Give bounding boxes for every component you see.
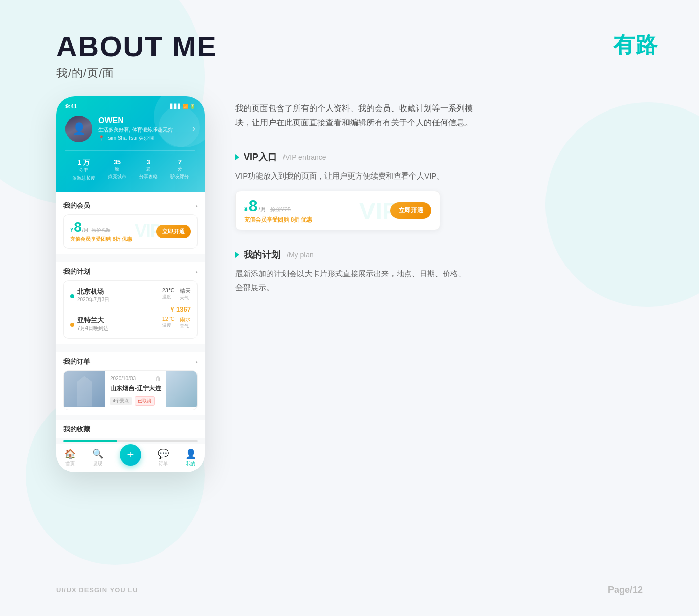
- plan-to-row: 亚特兰大 7月4日晚到达 12℃温度 雨水天气: [70, 316, 191, 332]
- mini-period: /月: [258, 206, 266, 213]
- profile-bio: 生活多美好啊, 体育锻炼乐趣无穷: [98, 126, 186, 134]
- right-content: 我的页面包含了所有的个人资料、我的会员、收藏计划等一系列模块，让用户在此页面直接…: [235, 96, 658, 313]
- nav-discover[interactable]: 🔍 发现: [92, 448, 103, 467]
- page-footer: UI/UX DESGIN YOU LU Page/12: [0, 585, 699, 596]
- plan-card: 北京机场 2020年7月3日 23℃温度 晴天天气: [63, 280, 198, 339]
- route-vertical-line: [73, 305, 73, 314]
- order-info: 2020/10/03 🗑 山东烟台-辽宁大连 4个景点 已取消: [105, 371, 166, 410]
- vip-feature-subtitle: /VIP entrance: [283, 153, 326, 161]
- order-image-1: [64, 371, 105, 407]
- vip-desc: 充值会员享受团购 8折 优惠: [70, 236, 132, 243]
- profile-name: OWEN: [98, 116, 186, 125]
- vip-price-block: ¥ 8 /月 原价¥25 充值会员享受团购 8折 优惠: [70, 220, 132, 243]
- order-image-2: [166, 371, 197, 407]
- triangle-icon: [235, 154, 239, 160]
- stat-value-cities: 35: [108, 158, 126, 166]
- order-arrow[interactable]: ›: [195, 359, 198, 365]
- mini-vip-button[interactable]: 立即开通: [390, 202, 431, 219]
- mini-currency: ¥: [244, 206, 248, 213]
- mini-original: 原价¥25: [270, 206, 291, 213]
- phone-header: 9:41 ▋▋▋ 📶 🔋 OWEN: [56, 96, 205, 192]
- mini-price-row: ¥ 8 /月 原价¥25: [244, 197, 312, 214]
- stat-label-cities: 点亮城市: [108, 173, 126, 180]
- stat-label-articles: 分享攻略: [139, 173, 158, 180]
- status-icons: ▋▋▋ 📶 🔋: [170, 104, 195, 109]
- stat-unit-articles: 篇: [139, 166, 158, 172]
- order-date: 2020/10/03: [110, 376, 136, 381]
- main-title: ABOUT ME: [56, 31, 217, 62]
- vip-feature-title: VIP入口: [244, 151, 277, 163]
- plan-to-city: 亚特兰大: [77, 316, 162, 325]
- mini-discount: 8折: [291, 216, 299, 223]
- plan-feature-subtitle: /My plan: [287, 251, 314, 259]
- plan-from-city: 北京机场: [77, 287, 162, 296]
- delete-icon[interactable]: 🗑: [155, 375, 161, 382]
- avatar-image: [65, 116, 92, 142]
- profile-info: OWEN 生活多美好啊, 体育锻炼乐趣无穷 📍 Tsim Sha Tsui 尖沙…: [98, 116, 186, 142]
- phone-body: 我的会员 › ¥ 8 /月 原价¥25: [56, 196, 205, 472]
- stat-value-distance: 1 万: [72, 158, 95, 167]
- stat-unit-cities: 座: [108, 166, 126, 172]
- nav-mine[interactable]: 👤 我的: [185, 448, 196, 467]
- plan-from-info: 北京机场 2020年7月3日: [77, 287, 162, 303]
- nav-orders[interactable]: 💬 订单: [158, 448, 169, 467]
- order-card: 2020/10/03 🗑 山东烟台-辽宁大连 4个景点 已取消: [63, 370, 198, 410]
- order-date-row: 2020/10/03 🗑: [110, 375, 161, 382]
- vip-section-header[interactable]: 我的会员 ›: [63, 201, 198, 210]
- plan-price: ¥ 1367: [170, 305, 191, 313]
- profile-arrow[interactable]: ›: [192, 123, 195, 134]
- vip-section: 我的会员 › ¥ 8 /月 原价¥25: [56, 196, 205, 254]
- stat-rating: 7 分 驴友评分: [170, 158, 189, 182]
- to-weather: 雨水: [180, 316, 191, 323]
- order-tags: 4个景点 已取消: [110, 396, 161, 406]
- plan-from-date: 2020年7月3日: [77, 296, 162, 303]
- content-area: 9:41 ▋▋▋ 📶 🔋 OWEN: [56, 96, 658, 472]
- add-button[interactable]: +: [120, 444, 141, 466]
- discover-icon: 🔍: [92, 448, 103, 459]
- mini-desc: 充值会员享受团购 8折 优惠: [244, 216, 312, 224]
- battery-icon: 🔋: [190, 104, 195, 109]
- stat-unit-distance: 公里: [72, 167, 95, 174]
- nav-add[interactable]: +: [120, 449, 141, 466]
- plan-to-meta: 12℃温度 雨水天气: [162, 316, 191, 330]
- stat-articles: 3 篇 分享攻略: [139, 158, 158, 182]
- plan-feature-desc: 最新添加的计划会以大卡片形式直接展示出来，地点、日期、价格、全部展示。: [235, 267, 471, 294]
- orders-icon: 💬: [158, 448, 169, 459]
- spots-tag: 4个景点: [110, 397, 132, 405]
- logo: 有路: [613, 31, 658, 59]
- collection-label: 我的收藏: [56, 420, 205, 438]
- profile-location: 📍 Tsim Sha Tsui 尖沙咀: [98, 135, 186, 142]
- scroll-indicator: [63, 440, 198, 442]
- profile-row[interactable]: OWEN 生活多美好啊, 体育锻炼乐趣无穷 📍 Tsim Sha Tsui 尖沙…: [65, 116, 195, 142]
- order-section-header[interactable]: 我的订单 ›: [63, 357, 198, 366]
- stat-distance: 1 万 公里 旅游总长度: [72, 158, 95, 182]
- vip-price: ¥ 8 /月 原价¥25: [70, 220, 132, 234]
- page-header: ABOUT ME 我/的/页/面 有路: [56, 31, 658, 81]
- plan-triangle-icon: [235, 252, 239, 258]
- vip-arrow[interactable]: ›: [195, 203, 198, 209]
- progress-fill: [63, 440, 117, 442]
- status-time: 9:41: [65, 103, 77, 109]
- plan-from-row: 北京机场 2020年7月3日 23℃温度 晴天天气: [70, 287, 191, 303]
- to-temp: 12℃: [162, 316, 174, 322]
- stat-value-articles: 3: [139, 158, 158, 166]
- vip-open-button[interactable]: 立即开通: [156, 225, 191, 238]
- vip-original: 原价¥25: [91, 227, 110, 234]
- mini-vip-card: ¥ 8 /月 原价¥25 充值会员享受团购 8折 优惠 立即开通: [235, 191, 440, 230]
- plan-section-header[interactable]: 我的计划 ›: [63, 267, 198, 276]
- phone-mockup: 9:41 ▋▋▋ 📶 🔋 OWEN: [56, 96, 205, 472]
- order-title: 我的订单: [63, 357, 90, 366]
- vip-period: /月: [82, 227, 89, 234]
- route-dot-from: [70, 294, 74, 298]
- plan-arrow[interactable]: ›: [195, 269, 198, 275]
- vip-title: 我的会员: [63, 201, 90, 210]
- plan-from-meta: 23℃温度 晴天天气: [162, 287, 191, 301]
- signal-icon: ▋▋▋: [170, 104, 181, 109]
- vip-currency: ¥: [70, 227, 73, 233]
- from-weather: 晴天: [180, 287, 191, 295]
- vip-price-num: 8: [74, 220, 82, 234]
- nav-home[interactable]: 🏠 首页: [64, 448, 76, 467]
- plan-feature-block: 我的计划 /My plan 最新添加的计划会以大卡片形式直接展示出来，地点、日期…: [235, 249, 658, 294]
- vip-feature-header: VIP入口 /VIP entrance: [235, 151, 658, 163]
- status-tag: 已取消: [135, 396, 155, 406]
